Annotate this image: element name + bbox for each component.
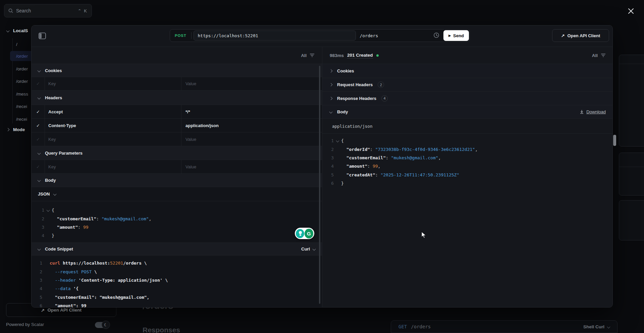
request-pane: All Cookies ✓ Headers ✓ Accept */* [32,47,322,308]
code-snippet-viewer[interactable]: 1curl https://localhost:52201/orders \2 … [32,256,322,308]
lightbulb-icon[interactable] [296,229,304,238]
header-value[interactable]: */* [185,109,190,114]
grammarly-widget[interactable]: G [295,228,314,239]
chevron-right-icon [329,97,333,100]
snippet-language-select[interactable]: Curl [301,246,315,252]
chevron-down-icon [53,192,57,196]
background-card-divider [619,64,644,64]
section-query-parameters[interactable]: Query Parameters [32,146,322,160]
chevron-down-icon [38,69,41,72]
play-icon: ▶ [448,34,451,37]
query-key-input[interactable] [48,164,174,169]
header-row-content-type: ✓ Content-Type application/json [32,119,322,132]
chevron-right-icon [329,69,333,73]
request-address-bar: POST https://localhost:52201 /orders ▶ S… [170,29,470,42]
background-card [619,153,644,196]
history-clock-icon [433,32,439,38]
background-client-select[interactable]: Shell Curl [583,324,610,329]
close-icon [628,8,634,14]
moon-icon[interactable]: ☾ [102,321,110,329]
body-format-select[interactable]: JSON [32,187,322,201]
count-badge: 4 [381,95,388,102]
header-key-input[interactable] [48,137,174,142]
request-body-editor[interactable]: 1{2 "customerEmail": "mukesh@gmail.com",… [32,201,322,243]
chevron-down-icon [38,96,41,99]
background-method-get: GET [398,324,407,329]
response-status-code[interactable]: 201 Created [347,53,373,58]
stage: Search ⌃ K LocalS / /order /order /order… [0,0,644,333]
arrow-up-right-icon: ↗ [561,33,565,38]
section-body[interactable]: Body [32,174,322,187]
filter-icon[interactable] [601,53,606,57]
modal-header: POST https://localhost:52201 /orders ▶ S… [32,25,613,47]
history-button[interactable] [432,31,441,41]
response-content-type: application/json [322,119,613,134]
path-input[interactable]: /orders [360,33,378,38]
row-checkbox[interactable]: ✓ [32,132,45,146]
row-checkbox[interactable]: ✓ [32,77,45,90]
close-button[interactable] [625,5,637,17]
page-scrollbar-thumb[interactable] [613,135,616,146]
header-key[interactable]: Content-Type [48,123,76,128]
count-badge: 2 [378,81,384,88]
response-pane: 983ms 201 Created All Cookies Request He… [322,47,613,308]
chevron-down-icon [329,110,333,114]
header-value[interactable]: application/json [185,123,219,128]
background-endpoint-path: /orders [411,324,431,329]
divider [191,32,192,39]
cookie-value-input[interactable] [185,81,315,86]
response-section-request-headers[interactable]: Request Headers 2 [322,78,613,92]
background-card [619,55,644,147]
powered-by-scalar: Powered by Scalar [6,322,44,327]
background-card [619,200,644,240]
chevron-down-icon [38,247,41,251]
sidebar-group-localserver[interactable]: LocalS [7,28,28,33]
row-checkbox[interactable]: ✓ [32,105,45,118]
response-section-response-headers[interactable]: Response Headers 4 [322,92,613,105]
filter-all-label[interactable]: All [592,53,598,58]
search-placeholder: Search [16,8,31,13]
method-badge[interactable]: POST [170,34,191,38]
sidebar-group-label: LocalS [13,28,28,33]
query-empty-row: ✓ [32,160,322,174]
cookie-key-input[interactable] [48,81,174,86]
request-pane-scrollbar[interactable] [319,66,320,304]
chevron-right-icon [329,83,333,87]
section-headers[interactable]: Headers [32,91,322,105]
query-value-input[interactable] [185,164,315,169]
sidebar-models-label: Mode [13,127,25,132]
row-checkbox[interactable]: ✓ [32,160,45,173]
send-button[interactable]: ▶ Send [443,30,469,41]
row-checkbox[interactable]: ✓ [32,119,45,132]
filter-icon[interactable] [310,53,315,57]
download-icon [580,110,584,114]
open-api-client-button[interactable]: ↗ Open API Client [552,29,609,42]
arrow-up-right-icon: ↗ [41,308,45,313]
section-code-snippet[interactable]: Code Snippet Curl [32,243,322,256]
base-url-input[interactable]: https://localhost:52201 [194,31,356,41]
header-value-input[interactable] [185,137,315,142]
chevron-down-icon [38,151,41,155]
grammarly-icon[interactable]: G [305,229,313,238]
sidebar-group-models[interactable]: Mode [7,127,25,132]
chevron-right-icon [6,128,10,131]
response-section-body[interactable]: Body Download [322,105,613,119]
status-green-dot [376,54,379,57]
section-cookies[interactable]: Cookies [32,64,322,77]
chevron-down-icon [313,247,316,251]
response-section-cookies[interactable]: Cookies [322,64,613,78]
filter-all-label[interactable]: All [301,53,307,58]
request-filter-bar: All [32,47,322,64]
api-client-modal: POST https://localhost:52201 /orders ▶ S… [31,25,613,308]
search-input[interactable]: Search ⌃ K [4,4,92,17]
response-body-viewer[interactable]: 1{2 "orderId": "7323038b-f93c-4f0d-9346-… [322,134,613,308]
chevron-down-icon [38,179,41,182]
background-card-divider [619,167,644,167]
header-key[interactable]: Accept [48,109,63,114]
search-icon [8,8,13,13]
download-link[interactable]: Download [580,109,606,114]
sidebar-toggle-icon[interactable] [38,33,46,40]
search-shortcut: ⌃ K [78,8,88,13]
headers-empty-row: ✓ [32,132,322,146]
chevron-down-icon [6,29,10,33]
